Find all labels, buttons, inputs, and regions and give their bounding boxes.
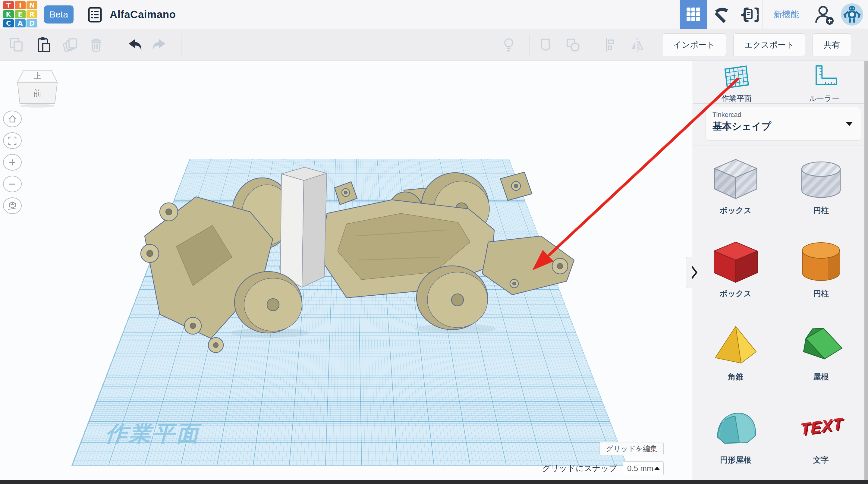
shape-round-roof[interactable]: 円形屋根 (712, 398, 760, 480)
fit-view-icon (7, 135, 18, 146)
fit-view-button[interactable] (3, 132, 22, 149)
logo-tile: R (27, 10, 37, 19)
redo-button[interactable] (152, 36, 169, 54)
logo-tile: N (27, 1, 37, 9)
pyramid-icon (712, 323, 760, 368)
group-icon (538, 36, 555, 54)
shape-box[interactable]: ボックス (712, 232, 760, 315)
logo-tile: K (3, 10, 14, 19)
invite-user-button[interactable] (810, 0, 838, 29)
category-brand: Tinkercad (712, 111, 854, 119)
sidebar-tools-row: 作業平面 ルーラー (693, 61, 868, 103)
copy-button[interactable] (8, 36, 25, 54)
logo-tile: I (15, 1, 26, 9)
model-wheel-front-right (416, 266, 488, 330)
dashboard-grid-button[interactable] (680, 0, 707, 29)
divider (693, 146, 868, 146)
workplane-tool[interactable]: 作業平面 (693, 64, 781, 103)
shape-text[interactable]: TEXT TEXT 文字 (797, 398, 845, 480)
logo-tile: E (15, 10, 26, 19)
home-view-button[interactable] (3, 111, 22, 127)
new-features-link[interactable]: 新機能 (763, 9, 810, 20)
round-roof-icon (712, 406, 760, 451)
snap-controls: グリッドにスナップ 0.5 mm (542, 461, 664, 475)
plus-icon (7, 157, 18, 168)
clipboard-list-icon (87, 6, 102, 23)
snap-to-grid-label: グリッドにスナップ (542, 463, 617, 474)
shapes-sidebar: 作業平面 ルーラー Tinkercad 基本シェイプ (692, 61, 868, 480)
model-wheel-front-left (235, 272, 302, 333)
white-box (280, 167, 327, 287)
ungroup-icon (564, 36, 582, 54)
beta-button[interactable]: Beta (44, 5, 73, 24)
sidebar-scrollbar[interactable] (864, 61, 868, 480)
shape-roof[interactable]: 屋根 (797, 315, 845, 398)
duplicate-button[interactable] (61, 36, 79, 54)
text-shape-icon: TEXT TEXT (797, 406, 845, 451)
box-hole-icon (712, 156, 760, 202)
delete-button[interactable] (87, 36, 105, 54)
add-user-icon (814, 4, 834, 25)
code-braces-icon: { } (739, 5, 758, 24)
model-arm-right (482, 236, 574, 295)
edit-toolbar: インポート エクスポート 共有 (0, 29, 868, 61)
ruler-tool-label: ルーラー (809, 93, 839, 103)
logo-tile: D (27, 19, 37, 27)
view-cube[interactable]: 上 前 (16, 68, 59, 110)
tips-button[interactable] (500, 36, 518, 54)
svg-text:}: } (752, 5, 758, 23)
zoom-in-button[interactable] (3, 154, 22, 171)
lightbulb-icon (500, 36, 517, 53)
edit-grid-button[interactable]: グリッドを編集 (599, 442, 664, 455)
cylinder-hole-icon (797, 156, 845, 202)
shape-pyramid[interactable]: 角錐 (712, 315, 760, 398)
logo-tile: T (3, 1, 14, 9)
chevron-right-icon (691, 266, 698, 279)
view-cube-top-label: 上 (33, 71, 41, 81)
shape-box-hole[interactable]: ボックス (712, 149, 760, 232)
redo-icon (152, 36, 169, 54)
shape-cylinder-hole[interactable]: 円柱 (797, 149, 845, 232)
model-scene[interactable] (0, 61, 692, 480)
perspective-toggle-button[interactable] (3, 198, 22, 214)
logo-tile: C (3, 19, 14, 27)
sidebar-collapse-tab[interactable] (686, 257, 703, 288)
cylinder-icon (797, 240, 845, 285)
mirror-button[interactable] (628, 36, 646, 54)
box-icon (712, 240, 760, 285)
divider (594, 34, 594, 56)
paste-button[interactable] (34, 36, 52, 54)
ruler-tool[interactable]: ルーラー (781, 64, 868, 103)
share-button[interactable]: 共有 (812, 33, 851, 56)
shape-category-dropdown[interactable]: Tinkercad 基本シェイプ (706, 107, 861, 141)
divider (117, 34, 117, 56)
undo-button[interactable] (125, 36, 143, 54)
codeblocks-button[interactable]: { } (735, 0, 763, 29)
grid-icon (687, 7, 701, 21)
align-button[interactable] (602, 36, 619, 54)
workplane-grid-icon (722, 64, 751, 91)
avatar[interactable] (841, 3, 863, 26)
import-button[interactable]: インポート (662, 33, 726, 56)
duplicate-icon (61, 36, 78, 53)
shape-label: 円形屋根 (720, 455, 751, 465)
zoom-out-button[interactable] (3, 176, 22, 192)
divider (693, 103, 868, 104)
chevron-down-icon (846, 122, 853, 126)
export-button[interactable]: エクスポート (733, 33, 805, 56)
shape-cylinder[interactable]: 円柱 (797, 232, 845, 315)
ungroup-button[interactable] (564, 36, 582, 54)
snap-value: 0.5 mm (627, 464, 653, 473)
copy-icon (8, 36, 25, 53)
viewport-3d[interactable]: 作業平面 (0, 61, 692, 480)
ruler-icon (810, 64, 839, 91)
bottom-edge-bar (0, 480, 868, 484)
snap-value-select[interactable]: 0.5 mm (623, 461, 664, 475)
mirror-icon (629, 36, 646, 53)
design-list-icon[interactable] (87, 6, 103, 23)
tinker-mode-button[interactable] (707, 0, 735, 29)
shape-label: 円柱 (813, 205, 829, 216)
tinkercad-logo[interactable]: TINKERCAD (3, 1, 37, 27)
category-name: 基本シェイプ (712, 120, 854, 133)
group-button[interactable] (538, 36, 555, 54)
